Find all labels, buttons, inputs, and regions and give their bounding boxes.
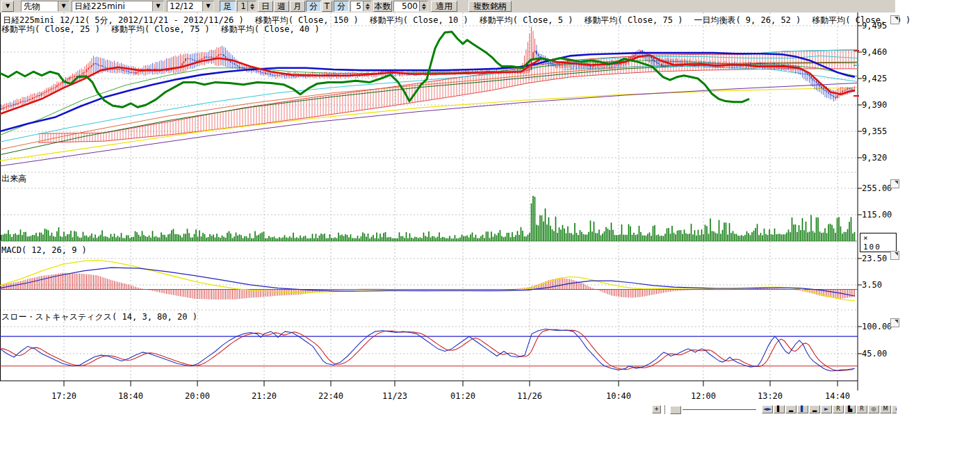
contract-month-combobox[interactable]: 12/12 ▼	[167, 1, 214, 12]
time-axis-label: 12:00	[691, 391, 716, 401]
axis-label: 100.00	[862, 322, 892, 331]
contract-month-value: 12/12	[168, 1, 202, 11]
legend-row-2: 移動平均( Close, 25 )移動平均( Close, 75 )移動平均( …	[1, 24, 320, 35]
pane-collapse-button[interactable]	[890, 318, 899, 327]
time-axis-label: 22:40	[318, 391, 343, 401]
nav-button-5[interactable]: ►	[821, 405, 832, 413]
legend-item: 移動平均( Close, 25 )	[1, 24, 100, 35]
spinner-updown-icon[interactable]	[419, 1, 427, 11]
legend-item: 移動平均( Close, 75 )	[584, 15, 683, 26]
pane-collapse-button[interactable]	[890, 251, 899, 260]
axis-label: 9,390	[862, 100, 887, 110]
bar-count-spinner[interactable]: 500	[393, 1, 428, 12]
nav-button-2[interactable]: ▂	[785, 405, 797, 413]
time-axis-label: 10:40	[606, 391, 631, 401]
stochastics-pane	[0, 329, 858, 371]
axis-label: 115.00	[862, 210, 892, 220]
pane-collapse-button[interactable]	[890, 179, 899, 188]
nav-button-0[interactable]: ◄►	[762, 405, 773, 413]
chevron-down-icon[interactable]: ▼	[202, 1, 213, 11]
time-axis-label: 18:40	[118, 391, 143, 401]
legend-item: 移動平均( Close, 5 )	[480, 15, 573, 26]
nav-button-11[interactable]: ▸	[892, 405, 897, 413]
ashi-button[interactable]: 足	[220, 1, 236, 12]
period-minute-button[interactable]: 分	[306, 1, 321, 12]
collapse-arrow-icon	[895, 181, 898, 184]
time-axis-label: 13:20	[758, 391, 783, 401]
period-week-button[interactable]: 週	[274, 1, 289, 12]
chart-app-window: ▼ 先物 ▼ 日経225mini ▼ 12/12 ▼ 足 1 日 週 月 分 T…	[0, 0, 897, 417]
category-combobox[interactable]: 先物 ▼	[21, 1, 70, 12]
legend-item: 移動平均( Close, 40 )	[221, 24, 320, 35]
nav-button-1[interactable]: ▌	[774, 405, 785, 413]
divider	[664, 405, 665, 414]
axis-label: 3.50	[862, 280, 882, 290]
nav-button-3[interactable]: ▌	[797, 405, 808, 413]
multiplier-spinner[interactable]: 1	[237, 1, 256, 12]
time-axis-label: 14:40	[825, 391, 850, 401]
axis-label: 9,355	[862, 126, 887, 136]
bar-count-label-button[interactable]: 本数	[373, 1, 392, 12]
chevron-down-icon[interactable]: ▼	[58, 1, 69, 11]
legend-item: 移動平均( Close, 75 )	[111, 24, 210, 35]
multi-symbol-button[interactable]: 複数銘柄	[468, 1, 512, 12]
period-tick-button[interactable]: T	[322, 1, 332, 12]
bar-count-value: 500	[394, 1, 419, 11]
nav-button-9[interactable]: ◎	[868, 405, 879, 413]
volume-bars	[0, 196, 858, 241]
time-axis-label: 01:20	[450, 391, 475, 401]
spinner-updown-icon[interactable]	[363, 1, 371, 11]
period-day-button[interactable]: 日	[258, 1, 273, 12]
scroll-track[interactable]	[683, 409, 756, 410]
nav-button-7[interactable]: ▙	[844, 405, 856, 413]
axis-label: 9,495	[862, 21, 887, 31]
bottom-nav-bar: +◄►▌▂▌▂►R▙R◎M▸	[652, 405, 897, 415]
minutes-value: 5	[351, 1, 363, 11]
collapse-arrow-icon	[895, 17, 898, 20]
nav-button-10[interactable]: M	[880, 405, 891, 413]
toolbar: ▼ 先物 ▼ 日経225mini ▼ 12/12 ▼ 足 1 日 週 月 分 T…	[0, 0, 895, 13]
stoch-k-line	[0, 329, 855, 371]
zoom-plus-button[interactable]: +	[652, 405, 661, 413]
macd-pane-label: MACD( 12, 26, 9 )	[1, 245, 87, 255]
chevron-down-icon[interactable]: ▼	[152, 1, 163, 11]
nav-button-4[interactable]: ▂	[809, 405, 820, 413]
pane-collapse-button[interactable]	[890, 15, 899, 24]
macd-pane	[0, 261, 858, 301]
period-month-button[interactable]: 月	[290, 1, 305, 12]
axis-label: 9,425	[862, 74, 887, 83]
nav-button-6[interactable]: R	[833, 405, 844, 413]
axis-label: 45.00	[862, 349, 887, 359]
time-axis-label: 20:00	[185, 391, 210, 401]
axis-label: 23.50	[862, 254, 887, 263]
volume-pane-label: 出来高	[1, 173, 26, 185]
axis-label: 9,460	[862, 47, 887, 57]
axis-label: 255.00	[862, 183, 892, 193]
chart-canvas	[0, 0, 897, 417]
ma150-yellow-line	[0, 88, 857, 161]
collapse-arrow-icon	[895, 320, 898, 323]
time-axis-label: 17:20	[51, 391, 76, 401]
legend-item: 移動平均( Close, 10 )	[370, 15, 468, 26]
apply-button[interactable]: 適用	[431, 1, 457, 12]
scroll-handle[interactable]	[670, 406, 681, 414]
partial-combo-dropdown-icon[interactable]: ▼	[1, 1, 14, 12]
minute-mode-button[interactable]: 分	[334, 1, 349, 12]
symbol-value: 日経225mini	[72, 1, 152, 11]
macd-line	[0, 261, 855, 301]
nav-button-8[interactable]: R	[856, 405, 867, 413]
macd-signal-line	[0, 268, 855, 296]
legend-item: 一目均衡表( 9, 26, 52 )	[694, 15, 801, 26]
symbol-combobox[interactable]: 日経225mini ▼	[72, 1, 164, 12]
stoch-d-line	[0, 329, 854, 370]
category-value: 先物	[22, 1, 58, 11]
time-axis-label: 11/26	[517, 391, 542, 401]
axis-label: 9,320	[862, 153, 887, 163]
volume-multiplier-box: × 100	[860, 233, 897, 252]
time-axis-label: 11/23	[382, 391, 407, 401]
spinner-updown-icon[interactable]	[247, 1, 256, 11]
multiplier-value: 1	[238, 1, 247, 11]
collapse-arrow-icon	[895, 252, 898, 256]
time-axis-label: 21:20	[252, 391, 277, 401]
minutes-spinner[interactable]: 5	[350, 1, 372, 12]
